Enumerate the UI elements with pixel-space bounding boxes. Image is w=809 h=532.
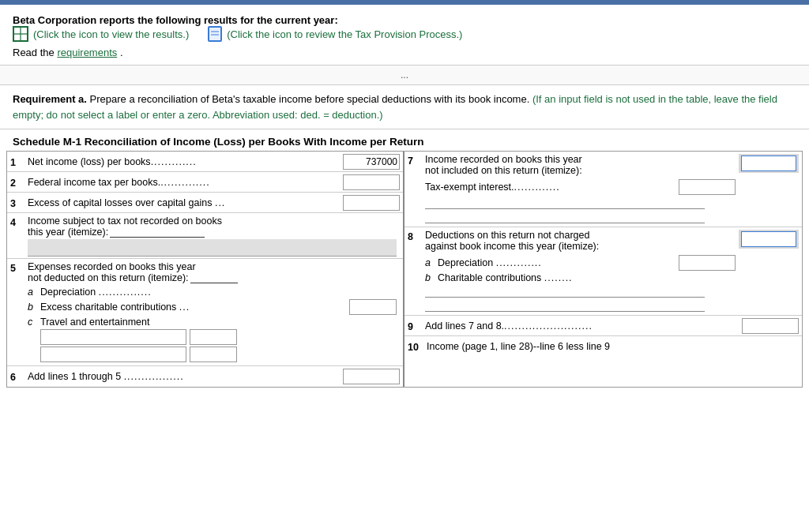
doc-icon-text: (Click the icon to review the Tax Provis… bbox=[227, 28, 462, 40]
row-5-label-block: Expenses recorded on books this year not… bbox=[24, 261, 400, 364]
row-3: 3 Excess of capital losses over capital … bbox=[7, 193, 403, 213]
row-10-label: Income (page 1, line 28)--line 6 less li… bbox=[423, 341, 799, 352]
left-column: 1 Net income (loss) per books...........… bbox=[7, 152, 404, 387]
row-1-label: Net income (loss) per books............. bbox=[24, 156, 343, 167]
icons-row: (Click the icon to view the results.) (C… bbox=[13, 26, 796, 42]
m1-table: 1 Net income (loss) per books...........… bbox=[6, 151, 803, 388]
row-8-total-input[interactable] bbox=[741, 231, 796, 247]
row-7-label-block: Income recorded on books this year not i… bbox=[422, 154, 739, 225]
row-7-main-label: Income recorded on books this year bbox=[425, 154, 736, 165]
row-7-num: 7 bbox=[408, 154, 422, 167]
header-section: Beta Corporation reports the following r… bbox=[0, 5, 809, 66]
row-5b: b Excess charitable contributions ... bbox=[28, 299, 397, 315]
row-9: 9 Add lines 7 and 8.....................… bbox=[404, 316, 802, 336]
row-1: 1 Net income (loss) per books...........… bbox=[7, 152, 403, 172]
row-7: 7 Income recorded on books this year not… bbox=[404, 152, 802, 227]
schedule-title: Schedule M-1 Reconciliation of Income (L… bbox=[0, 129, 809, 151]
row-5a: a Depreciation ............... bbox=[28, 287, 397, 298]
row-2-input[interactable] bbox=[343, 174, 400, 190]
row-8-right-input-area bbox=[739, 230, 799, 249]
row-8: 8 Deductions on this return not charged … bbox=[404, 227, 802, 316]
intro-text: Beta Corporation reports the following r… bbox=[13, 14, 796, 26]
row-8a-letter: a bbox=[425, 257, 438, 268]
read-line: Read the requirements . bbox=[13, 47, 796, 58]
row-8b: b Charitable contributions ........ bbox=[425, 272, 736, 283]
svg-rect-2 bbox=[209, 27, 221, 41]
row-1-num: 1 bbox=[10, 155, 24, 168]
row-1-input[interactable] bbox=[343, 154, 400, 170]
row-5a-label: Depreciation ............... bbox=[40, 287, 397, 298]
row-4-sub-label: this year (itemize): bbox=[28, 227, 397, 238]
requirements-link[interactable]: requirements bbox=[57, 47, 117, 58]
document-icon bbox=[208, 26, 222, 42]
row-5c-input2[interactable] bbox=[190, 329, 237, 345]
row-8-extra1 bbox=[425, 285, 705, 298]
row-8b-label: Charitable contributions ........ bbox=[438, 272, 736, 283]
row-4: 4 Income subject to tax not recorded on … bbox=[7, 213, 403, 259]
row-9-label: Add lines 7 and 8.......................… bbox=[422, 320, 742, 332]
row-3-label: Excess of capital losses over capital ga… bbox=[24, 197, 343, 208]
row-5c-label: Travel and entertainment bbox=[40, 317, 397, 328]
row-5b-input[interactable] bbox=[349, 299, 397, 315]
row-6-num: 6 bbox=[10, 370, 24, 383]
row-7a: Tax-exempt interest.............. bbox=[425, 179, 736, 195]
row-5b-label: Excess charitable contributions ... bbox=[40, 302, 349, 313]
row-4-main-label: Income subject to tax not recorded on bo… bbox=[28, 215, 397, 227]
row-5c-letter: c bbox=[28, 317, 40, 328]
row-6-label: Add lines 1 through 5 ................. bbox=[24, 371, 343, 382]
row-7-extra1 bbox=[425, 197, 705, 209]
req-label: Requirement a. bbox=[13, 93, 87, 105]
row-10-num: 10 bbox=[408, 340, 423, 353]
row-8b-letter: b bbox=[425, 272, 438, 283]
row-5b-letter: b bbox=[28, 302, 40, 313]
row-7-right-input-area bbox=[739, 154, 799, 173]
row-8-num: 8 bbox=[408, 230, 422, 242]
row-5: 5 Expenses recorded on books this year n… bbox=[7, 259, 403, 366]
row-5-num: 5 bbox=[10, 261, 24, 274]
row-8-extra2 bbox=[425, 299, 705, 312]
row-7a-label: Tax-exempt interest.............. bbox=[425, 182, 679, 193]
row-8-sub-label: against book income this year (itemize): bbox=[425, 241, 736, 252]
ellipsis-row: ... bbox=[0, 66, 809, 85]
row-7-sub-label: not included on this return (itemize): bbox=[425, 165, 736, 176]
row-4-extra-line bbox=[28, 239, 397, 257]
row-6: 6 Add lines 1 through 5 ................… bbox=[7, 366, 403, 387]
row-5c-input4[interactable] bbox=[190, 347, 237, 362]
row-5c-input1[interactable] bbox=[40, 329, 186, 345]
grid-icon-item[interactable]: (Click the icon to view the results.) bbox=[13, 26, 189, 42]
row-2: 2 Federal income tax per books..........… bbox=[7, 172, 403, 193]
row-4-num: 4 bbox=[10, 215, 24, 228]
row-8a-input[interactable] bbox=[679, 255, 736, 271]
row-10: 10 Income (page 1, line 28)--line 6 less… bbox=[404, 336, 802, 357]
row-8a: a Depreciation ............. bbox=[425, 255, 736, 271]
row-7a-input[interactable] bbox=[679, 179, 736, 195]
row-5c: c Travel and entertainment bbox=[28, 317, 397, 362]
grid-table-icon bbox=[13, 26, 28, 42]
row-7-extra2 bbox=[425, 211, 705, 223]
row-8a-label: Depreciation ............. bbox=[438, 257, 679, 268]
row-8-main-label: Deductions on this return not charged bbox=[425, 230, 736, 241]
row-5a-letter: a bbox=[28, 287, 40, 298]
row-9-input[interactable] bbox=[742, 318, 799, 334]
row-9-num: 9 bbox=[408, 320, 422, 332]
row-3-input[interactable] bbox=[343, 195, 400, 211]
row-3-num: 3 bbox=[10, 197, 24, 209]
row-5c-input3[interactable] bbox=[40, 347, 186, 362]
row-8-label-block: Deductions on this return not charged ag… bbox=[422, 230, 739, 313]
req-text: Prepare a reconciliation of Beta's taxab… bbox=[90, 93, 530, 105]
grid-icon-text: (Click the icon to view the results.) bbox=[33, 28, 189, 40]
row-6-input[interactable] bbox=[343, 369, 400, 384]
row-2-label: Federal income tax per books............… bbox=[24, 177, 343, 188]
row-5-sub-label: not deducted on this return (itemize): bbox=[28, 272, 397, 283]
row-4-label-block: Income subject to tax not recorded on bo… bbox=[24, 215, 400, 257]
row-7-total-input[interactable] bbox=[741, 155, 796, 171]
requirement-section: Requirement a. Prepare a reconciliation … bbox=[0, 85, 809, 129]
row-2-num: 2 bbox=[10, 176, 24, 189]
doc-icon-item[interactable]: (Click the icon to review the Tax Provis… bbox=[208, 26, 462, 42]
right-column: 7 Income recorded on books this year not… bbox=[404, 152, 802, 387]
row-5-main-label: Expenses recorded on books this year bbox=[28, 261, 397, 272]
